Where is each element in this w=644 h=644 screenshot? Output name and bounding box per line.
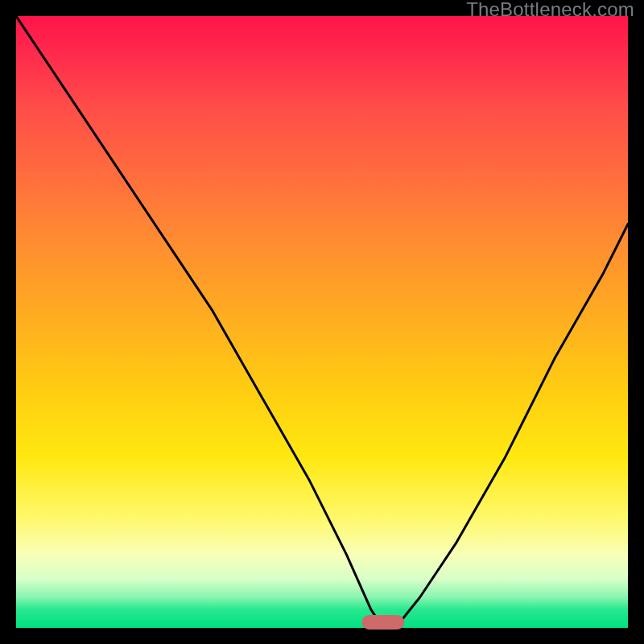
bottleneck-curve [16,16,628,628]
optimal-marker [361,615,404,630]
plot-area [16,16,628,628]
chart-stage: TheBottleneck.com [0,0,644,644]
